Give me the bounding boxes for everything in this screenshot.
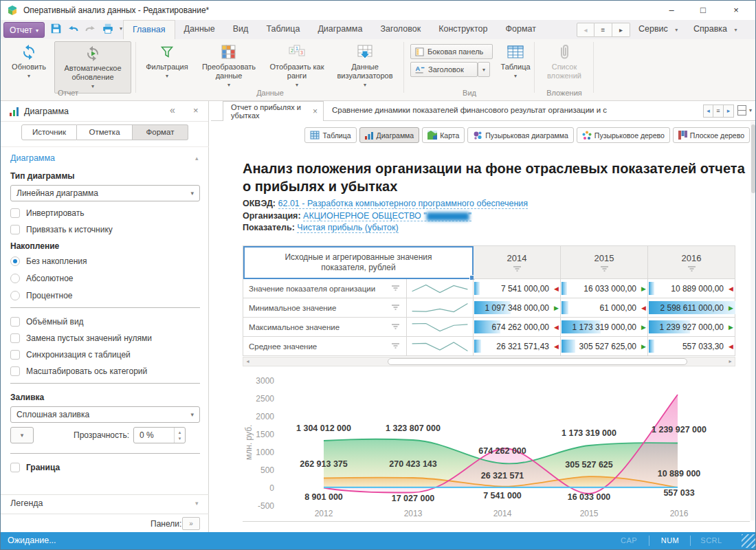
row-label-max[interactable]: Максимальное значение [243,318,407,337]
ribbon-scroll-right-icon[interactable]: ▸ [612,23,630,37]
scroll-right-icon[interactable]: ▸ [726,358,735,366]
value-cell[interactable]: 674 262 000,00 ◀ [474,318,561,337]
row-label-org-value[interactable]: Значение показателя организации [243,279,407,298]
help-menu[interactable]: Справка ▾ [693,20,737,39]
doc-tab-comparison[interactable]: Сравнение динамики показателей финансово… [332,106,700,118]
header-toggle[interactable]: A Заголовок [410,62,478,77]
scrollbar-thumb[interactable] [388,358,687,365]
value-cell[interactable]: 16 033 000,00 ▶ [561,279,648,298]
chart-type-select[interactable]: Линейная диаграмма ▾ [10,185,200,201]
tab-data[interactable]: Данные [175,20,224,39]
view-table-button[interactable]: Таблица [304,127,356,143]
print-icon[interactable] [102,23,114,34]
save-icon[interactable] [50,23,62,34]
section-legend[interactable]: Легенда [10,498,43,508]
value-cell[interactable]: 1 173 319 000,00 ▶ [561,318,648,337]
checkbox-replace-empty[interactable]: Замена пустых значений нулями [10,333,152,343]
value-cell[interactable]: 1 239 927 000,00 ▶ [648,318,735,337]
refresh-button[interactable]: Обновить ▾ [8,43,50,80]
view-map-button[interactable]: Карта [422,127,465,143]
radio-percent[interactable]: Процентное [10,291,72,300]
view-bubble-tree-button[interactable]: Пузырьковое дерево [577,127,670,143]
row-filter-icon[interactable] [390,285,401,292]
transparency-stepper[interactable]: 0 % ▴▾ [133,427,186,443]
header-toggle-dropdown[interactable]: ▾ [478,62,490,77]
column-filter-icon[interactable] [599,266,610,272]
tab-view[interactable]: Вид [224,20,258,39]
row-label-min[interactable]: Минимальное значение [243,298,407,318]
okved-link[interactable]: 62.01 - Разработка компьютерного програм… [278,199,529,209]
ribbon-scroll-left-icon[interactable]: ◂ [577,23,594,37]
doc-tab-scroll-right-icon[interactable]: ▸ [724,104,734,118]
close-button[interactable]: × [721,1,751,20]
doc-tab-list-icon[interactable]: ≡ [713,104,724,118]
view-chart-button[interactable]: Диаграмма [359,127,420,143]
close-tab-icon[interactable]: × [313,107,318,116]
column-filter-icon[interactable] [512,266,522,272]
checkbox-sync-table[interactable]: Синхронизация с таблицей [10,350,131,360]
panel-tab-source[interactable]: Источник [21,124,77,140]
value-cell[interactable]: 1 097 348 000,00 ▶ [474,298,561,318]
fill-type-select[interactable]: Сплошная заливка ▾ [10,406,200,423]
stepper-arrows-icon[interactable]: ▴▾ [174,428,185,443]
minimize-button[interactable]: – [656,1,687,20]
value-cell[interactable]: 557 033,30 ◀ [648,337,735,356]
service-menu[interactable]: Сервис ▾ [638,20,678,39]
tab-format[interactable]: Формат [496,20,544,39]
tab-designer[interactable]: Конструктор [430,20,496,39]
doc-tab-scroll-left-icon[interactable]: ◂ [703,104,713,118]
organization-link[interactable]: АКЦИОНЕРНОЕ ОБЩЕСТВО "██████████" [303,211,471,221]
value-cell[interactable]: 2 598 611 000,00 ▶ [648,298,735,318]
tab-chart[interactable]: Диаграмма [309,20,371,39]
show-as-ranks-button[interactable]: 2 1 3 Отобразить как ранги ▾ [267,43,326,89]
scrollbar-thumb[interactable] [751,124,755,193]
doc-tab-profit-loss[interactable]: Отчет о прибылях и убытках × [223,101,324,121]
report-vertical-scrollbar[interactable] [751,122,756,520]
scroll-left-icon[interactable]: ◂ [243,358,252,366]
collapse-section-icon[interactable]: ▴ [195,155,199,162]
value-cell[interactable]: 305 527 625,00 ▶ [561,337,648,356]
auto-refresh-button[interactable]: Автоматическое обновление ▾ [54,41,131,94]
panel-tab-mark[interactable]: Отметка [77,124,133,140]
panels-expand-button[interactable]: » [182,517,200,530]
radio-no-accumulation[interactable]: Без накопления [10,256,87,266]
tab-home[interactable]: Главная [123,20,175,39]
expand-section-icon[interactable]: ▾ [195,500,199,507]
column-header-2014[interactable]: 2014 [474,246,561,279]
column-header-2015[interactable]: 2015 [561,246,648,279]
visualizer-data-button[interactable]: Данные визуализаторов ▾ [331,43,399,89]
value-cell[interactable]: 61 000,00 ◀ [561,298,648,318]
side-panel-toggle[interactable]: Боковая панель [410,44,493,59]
row-label-avg[interactable]: Среднее значение [243,337,407,356]
tab-table[interactable]: Таблица [257,20,309,39]
filtering-button[interactable]: Фильтрация ▾ [142,43,192,80]
column-header-2016[interactable]: 2016 [648,246,735,279]
row-filter-icon[interactable] [390,305,401,311]
radio-absolute[interactable]: Абсолютное [10,274,74,283]
chevron-down-icon[interactable]: ▾ [120,25,122,32]
report-menu-button[interactable]: Отчет ▾ [3,22,45,38]
layout-button[interactable]: ▾ [737,105,752,116]
view-bubble-chart-button[interactable]: Пузырьковая диаграмма [467,127,574,143]
row-filter-icon[interactable] [390,343,401,349]
checkbox-scale-category-axis[interactable]: Масштабировать ось категорий [10,366,147,376]
maximize-button[interactable]: □ [688,1,718,20]
checkbox-border[interactable]: Граница [10,463,60,472]
value-cell[interactable]: 10 889 000,00 ◀ [648,279,735,298]
value-cell[interactable]: 7 541 000,00 ◀ [474,279,561,298]
checkbox-bind-source[interactable]: Привязать к источнику [10,225,113,234]
checkbox-invert[interactable]: Инвертировать [10,208,85,218]
row-filter-icon[interactable] [390,324,401,330]
close-panel-icon[interactable]: × [193,105,199,116]
table-view-button[interactable]: Таблица ▾ [497,43,534,80]
undo-icon[interactable] [67,23,79,34]
indicator-link[interactable]: Чистая прибыль (убыток) [297,223,398,233]
resize-grip[interactable] [742,534,755,548]
panel-tab-format[interactable]: Формат [133,124,188,140]
column-filter-icon[interactable] [687,266,697,272]
transform-data-button[interactable]: Преобразовать данные ▾ [196,43,262,89]
tab-header[interactable]: Заголовок [371,20,430,39]
fill-color-dropdown[interactable]: ▾ [10,427,34,443]
ribbon-list-icon[interactable]: ≡ [594,23,612,37]
collapse-panel-icon[interactable]: « [170,104,175,116]
